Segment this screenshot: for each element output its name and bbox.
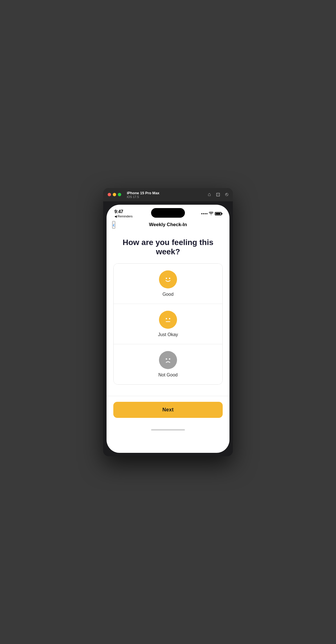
status-icons — [201, 211, 222, 216]
ios-version: iOS 17.5 — [127, 195, 160, 199]
share-icon[interactable]: ⎋ — [225, 191, 228, 198]
option-not-good-label: Not Good — [158, 372, 178, 378]
wifi-icon — [209, 211, 213, 216]
svg-point-9 — [169, 358, 170, 360]
happy-face-icon — [163, 274, 173, 285]
time-display: 9:47 — [114, 209, 132, 214]
home-bar — [151, 429, 185, 431]
svg-point-1 — [166, 278, 167, 279]
next-button[interactable]: Next — [113, 402, 223, 418]
home-indicator — [107, 426, 229, 432]
back-reminder[interactable]: ◀ Reminders — [114, 215, 132, 218]
phone-screen: 9:47 ◀ Reminders — [107, 205, 229, 453]
dynamic-island — [151, 208, 185, 218]
back-chevron-icon: ‹ — [113, 222, 115, 228]
signal-dots-icon — [201, 213, 207, 214]
mac-dot-yellow[interactable] — [113, 193, 116, 196]
home-icon[interactable]: ⌂ — [208, 191, 211, 198]
emoji-good — [159, 270, 177, 288]
nav-title: Weekly Check-In — [149, 222, 187, 228]
option-okay[interactable]: Just Okay — [114, 304, 222, 344]
emoji-not-good — [159, 351, 177, 369]
option-good[interactable]: Good — [114, 264, 222, 304]
option-good-label: Good — [162, 292, 173, 297]
mac-dots — [108, 193, 121, 196]
emoji-okay — [159, 311, 177, 329]
svg-point-0 — [163, 274, 173, 285]
option-not-good[interactable]: Not Good — [114, 344, 222, 384]
device-info: iPhone 15 Pro Max iOS 17.5 — [127, 191, 160, 199]
outer-wrapper: iPhone 15 Pro Max iOS 17.5 ⌂ ⊡ ⎋ 9:47 ◀ … — [103, 188, 233, 456]
battery-icon — [215, 212, 222, 215]
options-card: Good Just Okay — [113, 263, 223, 385]
mac-dot-green[interactable] — [118, 193, 121, 196]
phone-frame: 9:47 ◀ Reminders — [103, 201, 233, 456]
neutral-face-icon — [163, 314, 173, 325]
bottom-area: Next — [107, 396, 229, 426]
svg-point-3 — [163, 314, 173, 325]
mac-toolbar: iPhone 15 Pro Max iOS 17.5 ⌂ ⊡ ⎋ — [103, 188, 233, 201]
svg-point-2 — [169, 278, 170, 279]
status-left: 9:47 ◀ Reminders — [114, 209, 132, 218]
svg-point-4 — [166, 318, 167, 319]
svg-point-5 — [169, 318, 170, 319]
nav-bar: ‹ Weekly Check-In — [107, 219, 229, 232]
svg-point-8 — [166, 358, 167, 360]
back-button[interactable]: ‹ — [112, 221, 115, 229]
option-okay-label: Just Okay — [158, 332, 178, 337]
svg-point-7 — [163, 355, 173, 365]
sad-face-icon — [163, 355, 173, 365]
mac-dot-red[interactable] — [108, 193, 111, 196]
screenshot-icon[interactable]: ⊡ — [216, 191, 220, 198]
content-area: How are you feeling this week? — [107, 232, 229, 385]
toolbar-icons: ⌂ ⊡ ⎋ — [208, 191, 228, 198]
question-title: How are you feeling this week? — [113, 238, 223, 257]
device-name: iPhone 15 Pro Max — [127, 191, 160, 195]
